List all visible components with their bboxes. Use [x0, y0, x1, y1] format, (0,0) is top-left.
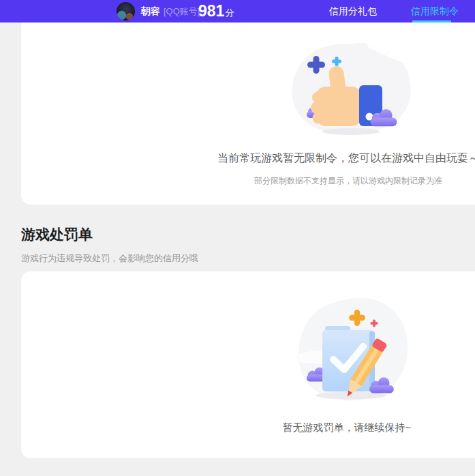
- ground-shadow: [322, 128, 380, 135]
- active-tab-underline: [412, 20, 451, 23]
- penalty-section-subtitle: 游戏行为违规导致处罚，会影响您的信用分哦: [21, 252, 198, 265]
- tab-credit-restriction[interactable]: 信用限制令: [411, 0, 459, 23]
- user-avatar[interactable]: [117, 2, 135, 20]
- credit-score-page: 朝容 [QQ账号] 981 分 信用分礼包 信用限制令: [0, 0, 475, 476]
- restriction-note: 部分限制数据不支持显示，请以游戏内限制记录为准: [254, 175, 442, 187]
- no-penalty-illustration: [290, 292, 416, 409]
- credit-score-value: 981: [198, 3, 224, 19]
- penalty-section-title: 游戏处罚单: [21, 225, 198, 244]
- penalty-section-head: 游戏处罚单 游戏行为违规导致处罚，会影响您的信用分哦: [21, 225, 198, 265]
- user-name: 朝容: [141, 5, 160, 18]
- credit-score-unit: 分: [225, 7, 234, 19]
- thumbs-up-illustration: [286, 39, 416, 140]
- credit-score: 981 分: [198, 0, 234, 23]
- tab-credit-gift[interactable]: 信用分礼包: [329, 0, 377, 23]
- penalty-card: 暂无游戏罚单，请继续保持~: [21, 271, 475, 458]
- restriction-card: 当前常玩游戏暂无限制令，您可以在游戏中自由玩耍～ 部分限制数据不支持显示，请以游…: [21, 23, 475, 205]
- penalty-empty-message: 暂无游戏罚单，请继续保持~: [283, 421, 412, 434]
- restriction-message: 当前常玩游戏暂无限制令，您可以在游戏中自由玩耍～: [217, 151, 475, 166]
- account-type-label: [QQ账号]: [164, 5, 200, 18]
- header-bar: 朝容 [QQ账号] 981 分 信用分礼包 信用限制令: [0, 0, 475, 23]
- user-info: 朝容 [QQ账号]: [141, 0, 200, 23]
